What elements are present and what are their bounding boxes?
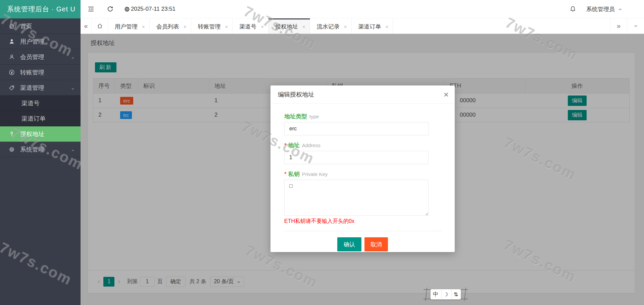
user-menu[interactable]: 系统管理员: [586, 5, 623, 13]
close-icon[interactable]: ×: [225, 24, 228, 29]
modal-footer: 确认 取消: [284, 231, 441, 255]
sidebar-item-label: 授权地址: [20, 130, 44, 138]
required-mark: *: [284, 171, 287, 178]
tabs-scroll-right-icon[interactable]: »: [610, 18, 627, 34]
username: 系统管理员: [586, 5, 615, 13]
sidebar-item-label: 转账管理: [20, 68, 44, 76]
tab-channel-number[interactable]: 渠道号×: [233, 18, 268, 34]
field-sublabel: Address: [302, 142, 320, 148]
private-key-textarea[interactable]: □: [284, 180, 429, 216]
sidebar: 系统管理后台 · Get U 首页 用户管理 会员管理 转账管理 渠道管理 渠道…: [0, 0, 81, 305]
sidebar-item-home[interactable]: 首页: [0, 18, 81, 34]
chevron-up-icon: [70, 147, 75, 152]
datetime-text: 2025-07-11 23:51: [131, 6, 176, 12]
address-input[interactable]: [284, 151, 429, 164]
tag-icon: [8, 84, 15, 92]
private-key-hint: ETH私钥请不要输入开头的0x: [284, 218, 441, 225]
field-address-type: 地址类型 type: [284, 113, 441, 135]
server-datetime: 2025-07-11 23:51: [124, 6, 176, 12]
address-type-input[interactable]: [284, 122, 429, 135]
sidebar-item-label: 渠道号: [21, 99, 40, 107]
tab-channel-orders[interactable]: 渠道订单×: [352, 18, 393, 34]
confirm-button[interactable]: 确认: [337, 237, 361, 251]
sidebar-item-label: 会员管理: [20, 53, 44, 61]
tabbar: « 用户管理× 会员列表× 转账管理× 渠道号× 授权地址× 流水记录× 渠道订…: [81, 18, 644, 34]
tab-auth-address[interactable]: 授权地址×: [268, 18, 310, 34]
sidebar-item-label: 系统管理: [20, 145, 44, 154]
sidebar-item-label: 首页: [20, 22, 32, 30]
close-icon[interactable]: ×: [344, 24, 347, 29]
field-label: 私钥: [288, 170, 300, 178]
ime-width-toggle-icon[interactable]: ⇅: [451, 290, 460, 299]
close-icon[interactable]: ×: [261, 24, 264, 29]
bell-icon[interactable]: [569, 5, 577, 13]
modal-body: 地址类型 type * 地址 Address * 私钥 Private Key: [270, 104, 455, 255]
edit-auth-address-modal: 编辑授权地址 × 地址类型 type * 地址 Address: [270, 85, 455, 252]
sidebar-item-users[interactable]: 用户管理: [0, 34, 81, 49]
sidebar-item-label: 渠道管理: [20, 84, 44, 92]
tab-home-icon[interactable]: [92, 18, 108, 34]
field-address: * 地址 Address: [284, 141, 441, 164]
sidebar-item-channel-orders[interactable]: 渠道订单: [0, 111, 81, 126]
required-mark: *: [284, 142, 287, 149]
gear-icon: [8, 146, 15, 153]
key-icon: [8, 130, 15, 138]
sidebar-item-channels[interactable]: 渠道管理: [0, 80, 81, 96]
sidebar-item-system[interactable]: 系统管理: [0, 142, 81, 157]
chevron-up-icon: [70, 55, 75, 60]
member-icon: [8, 53, 15, 61]
tabs-menu-icon[interactable]: [627, 18, 644, 34]
user-icon: [8, 38, 15, 45]
sidebar-item-auth-address[interactable]: 授权地址: [0, 126, 81, 142]
sidebar-item-transfers[interactable]: 转账管理: [0, 65, 81, 80]
tab-user-management[interactable]: 用户管理×: [108, 18, 150, 34]
cancel-button[interactable]: 取消: [364, 237, 388, 251]
app-logo: 系统管理后台 · Get U: [0, 0, 81, 18]
collapse-sidebar-icon[interactable]: [87, 5, 95, 13]
tabbar-spacer: [393, 18, 610, 34]
home-icon: [8, 22, 15, 30]
ime-moon-icon[interactable]: ☽: [441, 290, 450, 299]
globe-icon: [124, 6, 130, 12]
tab-flow-records[interactable]: 流水记录×: [310, 18, 352, 34]
field-sublabel: Private Key: [302, 171, 328, 177]
refresh-icon[interactable]: [106, 5, 114, 13]
chevron-down-icon: [70, 86, 75, 90]
sidebar-item-label: 用户管理: [20, 38, 44, 46]
field-private-key: * 私钥 Private Key □ ETH私钥请不要输入开头的0x: [284, 170, 441, 225]
ime-language-toggle[interactable]: 中: [431, 290, 440, 299]
admin-app: 系统管理后台 · Get U 首页 用户管理 会员管理 转账管理 渠道管理 渠道…: [0, 0, 644, 305]
close-icon[interactable]: ×: [444, 85, 449, 104]
sidebar-item-label: 渠道订单: [21, 115, 46, 123]
ime-toolbar: 中 ☽ ⇅: [424, 287, 468, 302]
field-label: 地址类型: [284, 113, 307, 120]
close-icon[interactable]: ×: [184, 24, 187, 29]
close-icon[interactable]: ×: [302, 24, 305, 29]
tab-member-list[interactable]: 会员列表×: [150, 18, 191, 34]
modal-header: 编辑授权地址 ×: [270, 85, 455, 104]
chevron-up-icon: [618, 7, 623, 11]
ime-panel: 中 ☽ ⇅: [430, 289, 461, 300]
tabs-scroll-left-icon[interactable]: «: [81, 18, 92, 34]
sidebar-item-channel-number[interactable]: 渠道号: [0, 96, 81, 111]
close-icon[interactable]: ×: [386, 24, 389, 29]
modal-title: 编辑授权地址: [278, 91, 314, 98]
tab-transfer-management[interactable]: 转账管理×: [191, 18, 233, 34]
close-icon[interactable]: ×: [142, 24, 145, 29]
field-sublabel: type: [309, 114, 319, 119]
yen-circle-icon: [8, 69, 15, 76]
topbar: 2025-07-11 23:51 系统管理员: [81, 0, 644, 18]
sidebar-item-members[interactable]: 会员管理: [0, 49, 81, 65]
field-label: 地址: [288, 141, 300, 149]
